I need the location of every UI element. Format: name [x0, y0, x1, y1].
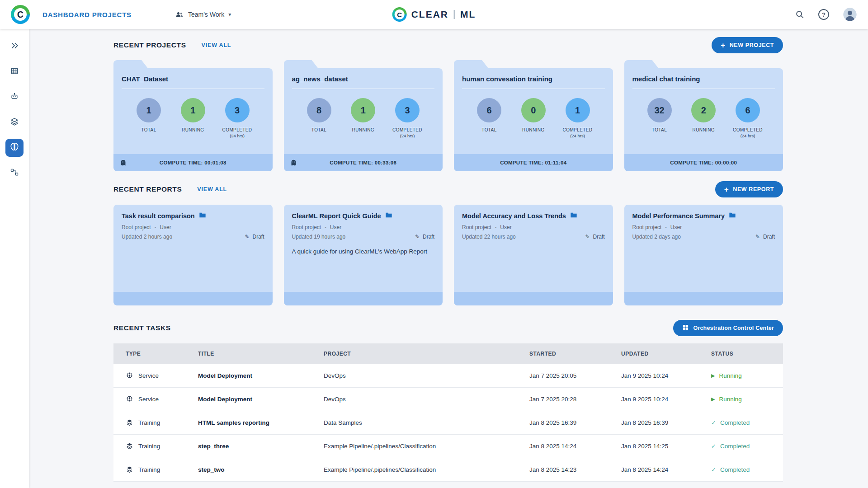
new-report-button[interactable]: + NEW REPORT [715, 181, 783, 197]
draft-label: Draft [763, 234, 775, 240]
sidebar-item-pipelines[interactable] [5, 164, 24, 182]
table-row[interactable]: Service Model Deployment DevOps Jan 7 20… [113, 388, 783, 411]
column-header-title: TITLE [198, 351, 324, 357]
table-row[interactable]: Training step_two Example Pipeline/.pipe… [113, 458, 783, 482]
training-icon [126, 418, 133, 427]
completed-count-badge: 3 [395, 98, 420, 122]
stat-total: 1 TOTAL [128, 98, 170, 138]
training-icon [126, 465, 133, 474]
project-card[interactable]: ag_news_dataset 8 TOTAL 1 RUNNING [284, 60, 443, 171]
stat-completed: 1 COMPLETED (24 hrs) [557, 98, 599, 138]
project-card[interactable]: CHAT_Dataset 1 TOTAL 1 RUNNING [113, 60, 273, 171]
sidebar-item-dashboard-active[interactable] [5, 139, 24, 157]
user-avatar[interactable] [843, 7, 857, 22]
draft-badge: ✎ Draft [755, 234, 775, 240]
help-glyph: ? [822, 11, 826, 18]
layers-icon [10, 117, 19, 128]
compute-time-text: COMPUTE TIME: 00:01:08 [160, 160, 226, 165]
check-icon: ✓ [711, 419, 716, 426]
total-label: TOTAL [298, 127, 340, 132]
task-updated: Jan 8 2025 14:24 [621, 466, 711, 473]
report-user: User [160, 224, 171, 230]
check-icon: ✓ [711, 466, 716, 473]
running-label: RUNNING [683, 127, 724, 132]
running-label: RUNNING [513, 127, 554, 132]
orchestration-control-center-button[interactable]: Orchestration Control Center [673, 320, 783, 336]
project-name: medical chat training [632, 75, 775, 83]
report-project: Root project [462, 224, 491, 230]
sidebar-item-datasets[interactable] [5, 63, 24, 81]
task-project: Example Pipeline/.pipelines/Classificati… [324, 466, 529, 473]
service-icon [126, 371, 133, 380]
new-project-button[interactable]: + NEW PROJECT [712, 37, 783, 53]
task-title: Model Deployment [198, 396, 324, 403]
compute-time-text: COMPUTE TIME: 01:11:04 [500, 160, 566, 165]
report-card[interactable]: Task result comparison Root project ● Us… [113, 205, 273, 305]
task-started: Jan 8 2025 14:24 [529, 443, 621, 450]
running-label: RUNNING [172, 127, 214, 132]
stat-completed: 3 COMPLETED (24 hrs) [217, 98, 258, 138]
project-card[interactable]: medical chat training 32 TOTAL 2 RUNNING [624, 60, 783, 171]
main-content: RECENT PROJECTS VIEW ALL + NEW PROJECT C… [29, 29, 868, 488]
column-header-updated: UPDATED [621, 351, 711, 357]
report-card[interactable]: Model Performance Summary Root project ●… [624, 205, 783, 305]
folder-icon [199, 212, 206, 220]
task-started: Jan 7 2025 20:05 [529, 372, 621, 379]
task-type: Service [138, 372, 159, 379]
check-icon: ✓ [711, 443, 716, 450]
completed-label: COMPLETED [387, 127, 428, 132]
new-project-label: NEW PROJECT [730, 42, 774, 48]
total-count-badge: 8 [307, 98, 331, 122]
page-title[interactable]: DASHBOARD PROJECTS [42, 11, 132, 19]
dot-separator: ● [665, 226, 667, 229]
completed-count-badge: 6 [736, 98, 760, 122]
sidebar-item-agents[interactable] [5, 88, 24, 106]
report-card-strip [113, 292, 273, 305]
report-card-strip [624, 292, 783, 305]
draft-badge: ✎ Draft [415, 234, 434, 240]
sidebar-item-hyperdatasets[interactable] [5, 113, 24, 131]
report-title: Task result comparison [122, 212, 195, 220]
projects-section-head: RECENT PROJECTS VIEW ALL + NEW PROJECT [113, 37, 783, 53]
table-row[interactable]: Training HTML samples reporting Data Sam… [113, 411, 783, 435]
stat-total: 32 TOTAL [639, 98, 680, 138]
folder-tab [454, 60, 488, 68]
workspace-selector[interactable]: Team's Work ▾ [175, 10, 231, 19]
reports-view-all-link[interactable]: VIEW ALL [197, 186, 227, 192]
draft-badge: ✎ Draft [245, 234, 264, 240]
status-label: Completed [720, 419, 750, 426]
project-card[interactable]: human convesation training 6 TOTAL 0 RUN… [454, 60, 613, 171]
table-row[interactable]: Service Model Deployment DevOps Jan 7 20… [113, 364, 783, 388]
chevron-down-icon: ▾ [228, 11, 231, 18]
table-row[interactable]: Training step_three Example Pipeline/.pi… [113, 435, 783, 458]
project-name: ag_news_dataset [292, 75, 435, 83]
report-card[interactable]: Model Accuracy and Loss Trends Root proj… [454, 205, 613, 305]
project-name: human convesation training [462, 75, 605, 83]
report-card[interactable]: ClearML Report Quick Guide Root project … [284, 205, 443, 305]
compute-time-footer: COMPUTE TIME: 00:33:06 [284, 154, 443, 171]
training-icon [126, 442, 133, 451]
status-badge: ✓ Completed [711, 466, 783, 473]
running-count-badge: 0 [521, 98, 546, 122]
completed-count-badge: 1 [566, 98, 590, 122]
folder-icon [729, 212, 736, 220]
recent-tasks-table: TYPE TITLE PROJECT STARTED UPDATED STATU… [113, 343, 783, 482]
folder-icon [570, 212, 577, 220]
report-title: Model Performance Summary [632, 212, 725, 220]
status-label: Completed [720, 443, 750, 450]
task-title: step_two [198, 466, 324, 473]
logo-text-ml: ML [460, 9, 476, 20]
projects-view-all-link[interactable]: VIEW ALL [202, 42, 231, 48]
task-type: Training [138, 419, 160, 426]
sidebar-item-launch[interactable] [5, 38, 24, 56]
dot-separator: ● [155, 226, 156, 229]
plus-icon: + [721, 42, 726, 49]
clearml-logo-icon[interactable]: C [11, 5, 30, 24]
compute-time-footer: COMPUTE TIME: 01:11:04 [454, 154, 613, 171]
folder-tab [624, 60, 659, 68]
task-title: step_three [198, 443, 324, 450]
help-icon[interactable]: ? [818, 9, 829, 20]
task-title: Model Deployment [198, 372, 324, 379]
search-icon[interactable] [795, 9, 805, 19]
stat-running: 1 RUNNING [172, 98, 214, 138]
